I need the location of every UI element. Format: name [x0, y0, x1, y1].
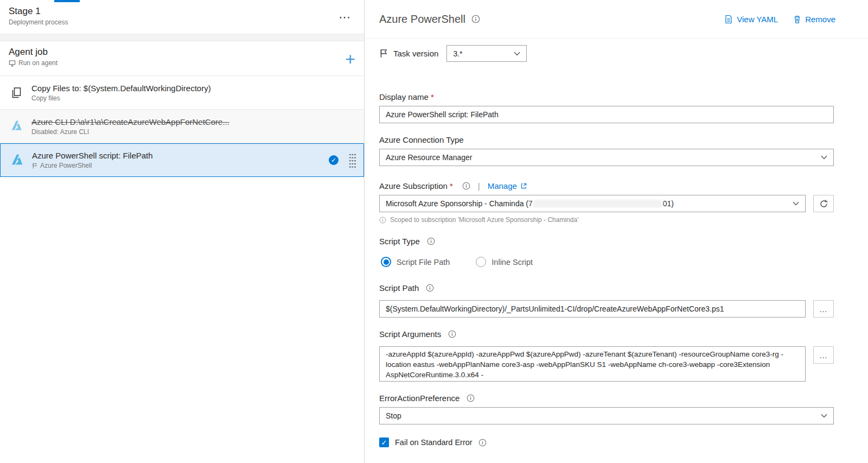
stage-more-button[interactable]: ⋯ [336, 6, 353, 34]
task-settings-title: Azure PowerShell [379, 13, 465, 26]
task-version-flag-icon [379, 49, 388, 58]
connection-type-dropdown[interactable]: Azure Resource Manager [379, 149, 834, 166]
task-selected-check-icon: ✓ [329, 155, 339, 165]
chevron-down-icon [821, 414, 827, 418]
refresh-icon [819, 199, 828, 208]
task-row-azure-powershell[interactable]: Azure PowerShell script: FilePath Azure … [0, 143, 364, 177]
add-task-button[interactable]: + [345, 47, 355, 75]
stage-header: Stage 1 Deployment process ⋯ [0, 0, 364, 34]
task-version-value: 3.* [453, 49, 462, 58]
error-action-label: ErrorActionPreference [379, 394, 459, 403]
fail-on-stderr-row: ✓ Fail on Standard Error [379, 437, 834, 447]
agent-job-row[interactable]: Agent job Run on agent + [0, 41, 364, 76]
task-subtitle: Disabled: Azure CLI [31, 128, 89, 136]
subscription-value-prefix: Microsoft Azure Sponsorship - Chaminda (… [386, 199, 533, 208]
azure-powershell-icon [9, 153, 25, 168]
deployment-process-panel: Stage 1 Deployment process ⋯ Agent job R… [0, 0, 365, 463]
remove-label: Remove [805, 15, 835, 24]
view-yaml-icon [724, 15, 733, 24]
scoped-note: Scoped to subscription 'Microsoft Azure … [390, 216, 578, 224]
error-action-value: Stop [386, 411, 401, 420]
agent-job-title: Agent job [9, 47, 58, 58]
subscription-value-suffix: 01) [663, 199, 674, 208]
info-icon [379, 217, 386, 224]
task-version-dropdown[interactable]: 3.* [446, 45, 527, 62]
subscription-label: Azure Subscription [379, 181, 448, 191]
scoped-note-row: Scoped to subscription 'Microsoft Azure … [379, 216, 834, 224]
info-icon[interactable] [478, 439, 487, 447]
subscription-group: Azure Subscription * | Manage Microsoft … [379, 181, 834, 224]
required-marker: * [431, 92, 434, 102]
fail-on-stderr-label: Fail on Standard Error [395, 438, 473, 447]
remove-task-button[interactable]: Remove [793, 15, 835, 24]
script-type-group: Script Type Script File Path Inline Scri… [379, 237, 834, 267]
expand-script-arguments-button[interactable]: … [813, 346, 834, 364]
script-arguments-label: Script Arguments [379, 329, 441, 339]
redacted-subscription-id [533, 200, 662, 208]
browse-script-path-button[interactable]: … [813, 300, 834, 318]
task-subtitle: Azure PowerShell [40, 162, 92, 169]
task-row-azure-cli[interactable]: Azure CLI D:\a\r1\a\CreateAzureWebAppFor… [0, 110, 364, 143]
script-path-label: Script Path [379, 283, 419, 293]
stage-title: Stage 1 [9, 6, 68, 17]
refresh-subscriptions-button[interactable] [813, 195, 834, 212]
separator: | [478, 181, 480, 191]
radio-script-file-path[interactable]: Script File Path [381, 257, 450, 267]
task-settings-body: Task version 3.* Display name * Azure Co… [365, 39, 868, 453]
task-version-row: Task version 3.* [379, 45, 834, 62]
script-path-input[interactable] [379, 300, 806, 318]
task-settings-header: Azure PowerShell View YAML Remove [365, 0, 868, 39]
info-icon[interactable] [427, 237, 435, 245]
radio-label: Script File Path [397, 258, 450, 267]
display-name-label: Display name [379, 92, 429, 102]
task-title: Azure CLI D:\a\r1\a\CreateAzureWebAppFor… [31, 117, 356, 126]
task-drag-handle[interactable] [348, 153, 356, 168]
view-yaml-label: View YAML [737, 15, 778, 24]
script-path-group: Script Path … [379, 283, 834, 318]
display-name-input[interactable] [379, 106, 834, 123]
task-version-label: Task version [393, 49, 438, 58]
radio-dot [476, 257, 486, 267]
script-arguments-group: Script Arguments -azureAppId $(azureAppI… [379, 329, 834, 382]
task-settings-panel: Azure PowerShell View YAML Remove Task v… [365, 0, 868, 463]
flag-icon [32, 163, 37, 169]
chevron-down-icon [514, 52, 520, 56]
connection-type-label: Azure Connection Type [379, 135, 464, 144]
task-title: Copy Files to: $(System.DefaultWorkingDi… [31, 84, 356, 93]
info-icon[interactable] [471, 15, 480, 23]
subscription-dropdown[interactable]: Microsoft Azure Sponsorship - Chaminda (… [379, 195, 806, 212]
info-icon[interactable] [462, 182, 470, 190]
display-name-group: Display name * [379, 92, 834, 123]
view-yaml-button[interactable]: View YAML [724, 15, 778, 24]
info-icon[interactable] [467, 394, 475, 402]
connection-type-value: Azure Resource Manager [386, 153, 473, 162]
required-marker: * [450, 181, 453, 191]
copy-files-icon [10, 86, 23, 99]
agent-job-subtitle: Run on agent [18, 59, 58, 67]
radio-dot [381, 257, 391, 267]
error-action-group: ErrorActionPreference Stop [379, 394, 834, 424]
fail-on-stderr-checkbox[interactable]: ✓ [379, 437, 389, 447]
script-type-label: Script Type [379, 237, 420, 246]
agent-icon [9, 60, 16, 67]
release-pipeline-editor: Stage 1 Deployment process ⋯ Agent job R… [0, 0, 868, 463]
chevron-down-icon [821, 155, 827, 160]
info-icon[interactable] [448, 330, 456, 338]
task-title: Azure PowerShell script: FilePath [32, 151, 329, 160]
chevron-down-icon [793, 201, 799, 206]
info-icon[interactable] [426, 284, 434, 292]
script-type-options: Script File Path Inline Script [381, 257, 834, 267]
task-subtitle: Copy files [31, 94, 60, 102]
radio-inline-script[interactable]: Inline Script [476, 257, 533, 267]
section-divider [0, 34, 364, 41]
connection-type-group: Azure Connection Type Azure Resource Man… [379, 135, 834, 166]
script-arguments-textarea[interactable]: -azureAppId $(azureAppId) -azureAppPwd $… [379, 346, 806, 382]
azure-cli-icon [9, 119, 24, 134]
radio-label: Inline Script [492, 258, 533, 267]
trash-icon [793, 15, 801, 24]
error-action-dropdown[interactable]: Stop [379, 407, 834, 424]
stage-subtitle: Deployment process [9, 18, 68, 26]
manage-link[interactable]: Manage [488, 181, 527, 191]
task-row-copy-files[interactable]: Copy Files to: $(System.DefaultWorkingDi… [0, 76, 364, 110]
external-link-icon [520, 182, 527, 189]
